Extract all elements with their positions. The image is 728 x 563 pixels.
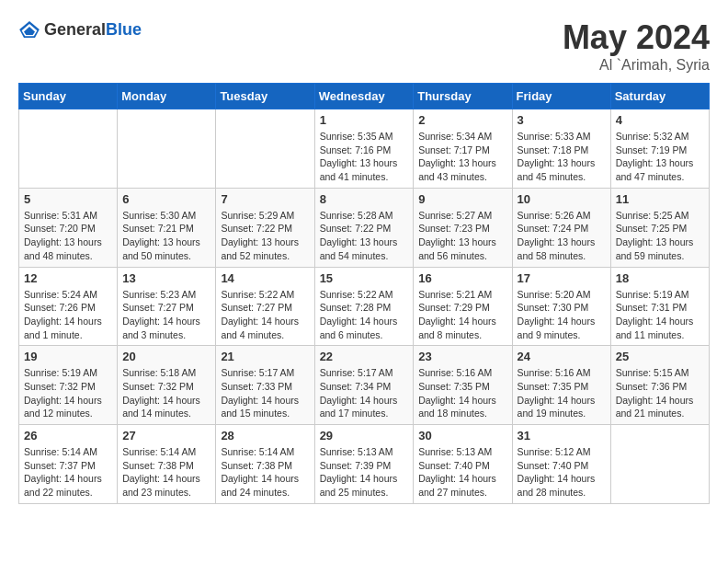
day-number: 4 [616,113,704,127]
logo-text-general: General [44,20,106,39]
day-info: Sunrise: 5:14 AM Sunset: 7:38 PM Dayligh… [221,445,309,500]
day-info: Sunrise: 5:22 AM Sunset: 7:27 PM Dayligh… [221,288,309,342]
calendar-cell: 30Sunrise: 5:13 AM Sunset: 7:40 PM Dayli… [414,425,512,504]
day-number: 12 [24,271,112,285]
day-info: Sunrise: 5:13 AM Sunset: 7:40 PM Dayligh… [418,445,506,500]
day-info: Sunrise: 5:13 AM Sunset: 7:39 PM Dayligh… [320,445,409,500]
page-header: GeneralBlue May 2024 Al `Arimah, Syria [18,18,710,74]
day-info: Sunrise: 5:35 AM Sunset: 7:16 PM Dayligh… [320,130,409,184]
day-number: 20 [122,350,210,363]
day-number: 17 [518,271,606,285]
day-info: Sunrise: 5:14 AM Sunset: 7:38 PM Dayligh… [122,445,210,500]
calendar-cell: 4Sunrise: 5:32 AM Sunset: 7:19 PM Daylig… [610,109,709,189]
calendar-title: May 2024 [563,18,710,57]
day-number: 10 [518,192,606,206]
calendar-cell: 24Sunrise: 5:16 AM Sunset: 7:35 PM Dayli… [512,346,610,425]
logo-icon [18,18,40,40]
calendar-location: Al `Arimah, Syria [563,57,710,74]
day-number: 31 [518,429,606,442]
day-number: 19 [24,350,112,363]
calendar-cell: 14Sunrise: 5:22 AM Sunset: 7:27 PM Dayli… [216,267,314,346]
calendar-cell: 2Sunrise: 5:34 AM Sunset: 7:17 PM Daylig… [414,109,512,189]
calendar-cell: 21Sunrise: 5:17 AM Sunset: 7:33 PM Dayli… [216,346,314,425]
calendar-cell: 19Sunrise: 5:19 AM Sunset: 7:32 PM Dayli… [19,346,118,425]
day-number: 29 [320,429,409,442]
calendar-cell: 23Sunrise: 5:16 AM Sunset: 7:35 PM Dayli… [414,346,512,425]
title-block: May 2024 Al `Arimah, Syria [563,18,710,74]
calendar-header: SundayMondayTuesdayWednesdayThursdayFrid… [19,84,710,109]
calendar-cell: 18Sunrise: 5:19 AM Sunset: 7:31 PM Dayli… [610,267,709,346]
day-info: Sunrise: 5:19 AM Sunset: 7:32 PM Dayligh… [24,366,112,420]
day-info: Sunrise: 5:27 AM Sunset: 7:23 PM Dayligh… [418,209,506,263]
day-info: Sunrise: 5:26 AM Sunset: 7:24 PM Dayligh… [518,209,606,263]
day-info: Sunrise: 5:33 AM Sunset: 7:18 PM Dayligh… [518,130,606,184]
calendar-cell [118,109,216,189]
day-number: 27 [122,429,210,442]
day-number: 8 [320,192,409,206]
calendar-cell [19,109,118,189]
weekday-header-wednesday: Wednesday [314,84,414,109]
calendar-week-3: 19Sunrise: 5:19 AM Sunset: 7:32 PM Dayli… [19,346,710,425]
calendar-body: 1Sunrise: 5:35 AM Sunset: 7:16 PM Daylig… [19,109,710,504]
day-info: Sunrise: 5:14 AM Sunset: 7:37 PM Dayligh… [24,445,112,500]
day-number: 15 [320,271,409,285]
calendar-cell [216,109,314,189]
day-number: 13 [122,271,210,285]
calendar-cell: 12Sunrise: 5:24 AM Sunset: 7:26 PM Dayli… [19,267,118,346]
calendar-cell: 26Sunrise: 5:14 AM Sunset: 7:37 PM Dayli… [19,425,118,504]
day-number: 2 [418,113,506,127]
calendar-cell [610,425,709,504]
weekday-header-sunday: Sunday [19,84,118,109]
day-number: 26 [24,429,112,442]
day-number: 16 [418,271,506,285]
day-number: 25 [616,350,704,363]
day-number: 23 [418,350,506,363]
day-info: Sunrise: 5:18 AM Sunset: 7:32 PM Dayligh… [122,366,210,420]
calendar-cell: 17Sunrise: 5:20 AM Sunset: 7:30 PM Dayli… [512,267,610,346]
calendar-cell: 22Sunrise: 5:17 AM Sunset: 7:34 PM Dayli… [314,346,414,425]
calendar-cell: 3Sunrise: 5:33 AM Sunset: 7:18 PM Daylig… [512,109,610,189]
day-number: 24 [518,350,606,363]
day-info: Sunrise: 5:31 AM Sunset: 7:20 PM Dayligh… [24,209,112,263]
day-number: 5 [24,192,112,206]
calendar-cell: 20Sunrise: 5:18 AM Sunset: 7:32 PM Dayli… [118,346,216,425]
calendar-cell: 5Sunrise: 5:31 AM Sunset: 7:20 PM Daylig… [19,188,118,267]
calendar-cell: 25Sunrise: 5:15 AM Sunset: 7:36 PM Dayli… [610,346,709,425]
day-number: 11 [616,192,704,206]
calendar-table: SundayMondayTuesdayWednesdayThursdayFrid… [18,83,710,504]
day-info: Sunrise: 5:15 AM Sunset: 7:36 PM Dayligh… [616,366,704,420]
day-number: 9 [418,192,506,206]
calendar-cell: 10Sunrise: 5:26 AM Sunset: 7:24 PM Dayli… [512,188,610,267]
calendar-cell: 9Sunrise: 5:27 AM Sunset: 7:23 PM Daylig… [414,188,512,267]
day-info: Sunrise: 5:22 AM Sunset: 7:28 PM Dayligh… [320,288,409,342]
day-info: Sunrise: 5:16 AM Sunset: 7:35 PM Dayligh… [418,366,506,420]
calendar-week-4: 26Sunrise: 5:14 AM Sunset: 7:37 PM Dayli… [19,425,710,504]
day-info: Sunrise: 5:30 AM Sunset: 7:21 PM Dayligh… [122,209,210,263]
calendar-cell: 27Sunrise: 5:14 AM Sunset: 7:38 PM Dayli… [118,425,216,504]
calendar-cell: 11Sunrise: 5:25 AM Sunset: 7:25 PM Dayli… [610,188,709,267]
weekday-header-saturday: Saturday [610,84,709,109]
calendar-cell: 7Sunrise: 5:29 AM Sunset: 7:22 PM Daylig… [216,188,314,267]
day-number: 28 [221,429,309,442]
weekday-header-friday: Friday [512,84,610,109]
day-info: Sunrise: 5:25 AM Sunset: 7:25 PM Dayligh… [616,209,704,263]
day-info: Sunrise: 5:28 AM Sunset: 7:22 PM Dayligh… [320,209,409,263]
day-info: Sunrise: 5:29 AM Sunset: 7:22 PM Dayligh… [221,209,309,263]
day-info: Sunrise: 5:23 AM Sunset: 7:27 PM Dayligh… [122,288,210,342]
day-info: Sunrise: 5:21 AM Sunset: 7:29 PM Dayligh… [418,288,506,342]
day-number: 22 [320,350,409,363]
day-number: 30 [418,429,506,442]
calendar-week-2: 12Sunrise: 5:24 AM Sunset: 7:26 PM Dayli… [19,267,710,346]
day-number: 18 [616,271,704,285]
day-info: Sunrise: 5:19 AM Sunset: 7:31 PM Dayligh… [616,288,704,342]
day-info: Sunrise: 5:34 AM Sunset: 7:17 PM Dayligh… [418,130,506,184]
calendar-week-1: 5Sunrise: 5:31 AM Sunset: 7:20 PM Daylig… [19,188,710,267]
calendar-cell: 31Sunrise: 5:12 AM Sunset: 7:40 PM Dayli… [512,425,610,504]
calendar-week-0: 1Sunrise: 5:35 AM Sunset: 7:16 PM Daylig… [19,109,710,189]
weekday-header-monday: Monday [118,84,216,109]
day-info: Sunrise: 5:32 AM Sunset: 7:19 PM Dayligh… [616,130,704,184]
calendar-cell: 15Sunrise: 5:22 AM Sunset: 7:28 PM Dayli… [314,267,414,346]
day-number: 7 [221,192,309,206]
calendar-cell: 6Sunrise: 5:30 AM Sunset: 7:21 PM Daylig… [118,188,216,267]
weekday-header-thursday: Thursday [414,84,512,109]
